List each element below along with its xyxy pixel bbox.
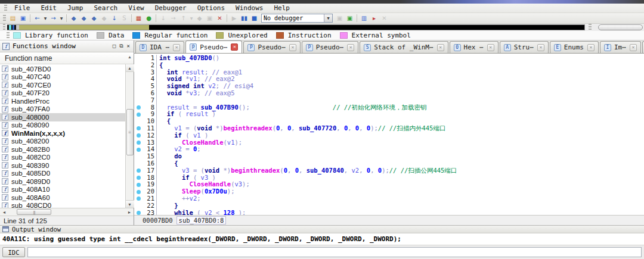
debugger-selector-combo[interactable]: No debugger▼ [261,14,333,23]
function-list-item[interactable]: fsub_407FA0 [0,105,125,114]
panel-float-icon[interactable]: ⧉ [119,43,123,49]
function-list-item[interactable]: fsub_407C40 [0,73,125,82]
step-over-icon[interactable]: → [169,14,178,23]
cancel-debug-icon[interactable]: ✕ [215,14,224,23]
gutter-cell[interactable] [134,153,143,160]
navband-zoom-slider[interactable] [598,24,643,30]
tab-stack[interactable]: SStack of _WinM⋯✕ [360,41,448,53]
legend-grip[interactable] [7,32,10,39]
h-scrollbar-thumb[interactable]: ||| [17,209,51,215]
start-process-icon[interactable]: ▶ [230,14,239,23]
open-file-icon[interactable]: ▤ [8,14,17,23]
function-list-item[interactable]: fsub_407F20 [0,89,125,98]
breakpoint-dot-icon[interactable] [134,139,143,146]
navigate-forward-dropdown-icon[interactable]: ▼ [59,14,64,23]
debugger-enter-icon[interactable]: ▣ [345,14,354,23]
step-dropdown-icon[interactable]: ▼ [189,14,194,23]
gutter-cell[interactable] [134,160,143,167]
tab-pseudocode[interactable]: PPseudo⋯✕ [302,41,358,53]
tab-structures[interactable]: AStru⋯✕ [500,41,549,53]
breakpoint-dot-icon[interactable] [134,132,143,139]
navband-grip[interactable] [3,24,5,31]
navigate-back-icon[interactable]: ← [33,14,42,23]
menu-item-edit[interactable]: Edit [36,4,63,13]
functions-window-titlebar[interactable]: f Functions window □ ⧉ ✕ [0,40,134,52]
scrollbar-down-icon[interactable]: ▼ [126,200,134,208]
function-list-item[interactable]: fsub_408390 [0,161,125,170]
tab-ida-view[interactable]: DIDA ⋯✕ [135,41,184,53]
function-list-item[interactable]: fsub_407BD0 [0,65,125,73]
tab-close-icon[interactable]: ✕ [587,44,595,51]
code-line[interactable]: 9 if ( result ) [134,111,644,118]
tab-close-icon[interactable]: ✕ [173,44,180,51]
navband-segment[interactable] [149,25,584,30]
menu-item-windows[interactable]: Windows [230,4,268,13]
breakpoint-dot-icon[interactable] [134,188,143,195]
gutter-cell[interactable] [134,202,143,210]
function-list-item[interactable]: fsub_408A10 [0,186,125,194]
jump-xref-icon[interactable]: S [120,14,129,23]
menu-item-help[interactable]: Help [268,4,295,13]
jump-to-segment-icon[interactable]: ◆ [100,14,109,23]
navband-slider-grip[interactable] [589,24,591,31]
scroll-up-icon[interactable]: ▲ [128,55,132,59]
menu-item-view[interactable]: View [123,4,150,13]
code-line[interactable]: 21 ++v2; [134,195,644,202]
tab-close-icon[interactable]: ✕ [347,44,354,51]
tab-close-icon[interactable]: ✕ [487,44,494,51]
functions-horizontal-scrollbar[interactable]: ◄ ||| ► [0,208,134,216]
function-list-item[interactable]: fsub_4082B0 [0,145,125,154]
tab-close-icon[interactable]: ✕ [437,44,444,51]
menu-item-jump[interactable]: Jump [62,4,89,13]
breakpoint-dot-icon[interactable] [134,111,143,118]
step-into-icon[interactable]: ↓ [159,14,168,23]
gutter-cell[interactable] [134,69,143,76]
breakpoint-dot-icon[interactable] [134,210,143,215]
code-line[interactable]: 15 do [134,153,644,160]
stop-process-icon[interactable]: ■ [250,14,259,23]
scrollbar-up-icon[interactable]: ▲ [126,64,134,72]
panel-close-icon[interactable]: ✕ [127,43,130,49]
gutter-cell[interactable] [134,90,143,97]
code-line[interactable]: 14 v2 = 0; [134,146,644,153]
add-breakpoint-icon[interactable]: ▸ [370,14,379,23]
scrollbar-left-icon[interactable]: ◄ [0,208,8,216]
tab-close-icon[interactable]: ✕ [630,44,637,51]
navigation-band[interactable] [7,24,585,30]
command-line-input[interactable] [27,247,642,257]
panel-maximize-icon[interactable]: □ [113,43,116,49]
code-line[interactable]: 13 CloseHandle(v1); [134,139,644,146]
tab-close-icon[interactable]: ✕ [289,44,296,51]
gutter-cell[interactable] [134,118,143,125]
analysis-indicator-icon[interactable]: ● [144,14,153,23]
flow-chart-icon[interactable]: ▦ [134,14,143,23]
breakpoint-dot-icon[interactable] [134,104,143,111]
jump-down-icon[interactable]: ↓ [110,14,119,23]
code-line[interactable]: 1int sub_407BD0() [134,55,644,62]
code-line[interactable]: 20 Sleep(0x7D0u); [134,188,644,195]
tab-close-icon[interactable]: ✕ [231,43,238,51]
menu-item-debugger[interactable]: Debugger [150,4,192,13]
output-window-titlebar[interactable]: Output window [0,225,644,233]
save-file-icon[interactable]: ▣ [18,14,27,23]
jump-to-name-icon[interactable]: ◆ [79,14,88,23]
function-list-item[interactable]: fsub_407CE0 [0,81,125,89]
function-list-item[interactable]: fsub_4082C0 [0,154,125,162]
function-list-item[interactable]: fsub_408000 [0,113,125,121]
gutter-cell[interactable] [134,62,143,69]
code-line[interactable]: 6 void *v3; // eax@5 [134,90,644,97]
menu-item-options[interactable]: Options [192,4,230,13]
breakpoint-dot-icon[interactable] [134,125,143,132]
jump-to-function-icon[interactable]: ◆ [89,14,98,23]
tab-pseudocode[interactable]: PPseudo⋯✕ [185,40,242,54]
code-line[interactable]: 11 v1 = (void *)beginthreadex(0, 0, sub_… [134,125,644,132]
scrollbar-right-icon[interactable]: ► [125,208,134,216]
tab-close-icon[interactable]: ✕ [537,44,544,51]
function-list-item[interactable]: fsub_408090 [0,121,125,130]
function-list-item[interactable]: fsub_408CD0 [0,202,125,208]
gutter-cell[interactable] [134,55,143,62]
code-line[interactable]: 23 while ( v2 < 128 ); [134,210,644,215]
debugger-attach-icon[interactable]: ▣ [335,14,344,23]
breakpoint-dot-icon[interactable] [134,167,143,174]
breakpoint-dot-icon[interactable] [134,181,143,188]
